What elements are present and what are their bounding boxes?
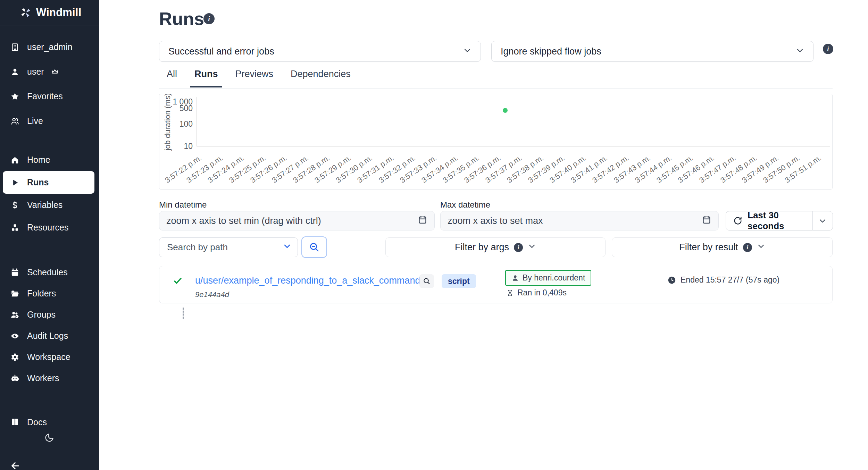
run-author-filter[interactable]: By henri.courdent	[505, 270, 591, 286]
sidebar-item-live[interactable]: Live	[0, 109, 99, 133]
y-axis-tick-label: 500	[162, 104, 193, 113]
runs-tabs: All Runs Previews Dependencies	[162, 69, 355, 87]
building-icon	[10, 43, 19, 52]
min-datetime-label: Min datetime	[159, 200, 207, 210]
sidebar-item-user-admin[interactable]: user_admin	[0, 35, 99, 59]
dark-mode-toggle[interactable]	[44, 433, 55, 443]
run-ended: Ended 15:57 27/7 (57s ago)	[667, 275, 779, 285]
dollar-icon	[10, 201, 19, 210]
sidebar-item-label: Live	[27, 116, 43, 126]
job-status-select-value: Successful and error jobs	[168, 46, 274, 57]
filter-by-args-button[interactable]: Filter by args	[385, 237, 606, 257]
run-path-link[interactable]: u/user/example_of_responding_to_a_slack_…	[195, 275, 420, 286]
calendar-icon	[10, 268, 19, 277]
filter-by-result-button[interactable]: Filter by result	[612, 237, 833, 257]
eye-icon	[10, 331, 19, 341]
tab-previews[interactable]: Previews	[231, 69, 278, 87]
chevron-down-icon[interactable]	[283, 242, 291, 253]
app-logo[interactable]: Windmill	[0, 0, 99, 25]
tab-runs[interactable]: Runs	[190, 69, 222, 87]
run-duration-label: Ran in 0,409s	[517, 288, 567, 297]
clock-icon	[667, 276, 676, 285]
sidebar-admin-group: SchedulesFoldersGroupsAudit LogsWorkspac…	[0, 262, 99, 389]
sidebar-item-groups[interactable]: Groups	[0, 304, 99, 325]
sidebar-item-label: Workspace	[27, 352, 70, 362]
search-button[interactable]	[301, 236, 327, 258]
calendar-icon[interactable]	[418, 215, 427, 227]
time-range-button[interactable]: Last 30 seconds	[726, 211, 833, 230]
chevron-down-icon[interactable]	[813, 217, 833, 225]
job-status-select[interactable]: Successful and error jobs	[159, 41, 481, 62]
sidebar-divider	[0, 25, 99, 25]
job-id: 9e144a4d	[195, 290, 229, 299]
sidebar-item-label: Schedules	[27, 267, 68, 277]
sidebar-item-label: user_admin	[27, 42, 73, 52]
star-icon	[10, 92, 19, 101]
sidebar-item-audit-logs[interactable]: Audit Logs	[0, 325, 99, 346]
info-icon	[514, 243, 523, 252]
windmill-logo-icon	[19, 6, 32, 19]
person-icon	[511, 274, 519, 282]
page-title: Runs	[159, 8, 204, 29]
search-by-path-input[interactable]: Search by path	[159, 237, 298, 257]
info-icon[interactable]	[203, 13, 215, 24]
sidebar-workspace-group: user_adminuserFavoritesLive	[0, 35, 99, 133]
collapse-sidebar-button[interactable]	[10, 460, 21, 470]
chevron-down-icon	[796, 46, 804, 57]
home-icon	[10, 156, 19, 165]
max-datetime-label: Max datetime	[440, 200, 490, 210]
chevron-down-icon	[528, 242, 536, 253]
min-datetime-input[interactable]: zoom x axis to set min (drag with ctrl)	[159, 211, 435, 230]
sidebar-item-folders[interactable]: Folders	[0, 283, 99, 304]
info-icon	[743, 243, 752, 252]
sidebar-item-docs[interactable]: Docs	[0, 413, 99, 431]
sidebar-item-user[interactable]: user	[0, 59, 99, 84]
min-datetime-placeholder: zoom x axis to set min (drag with ctrl)	[166, 216, 321, 226]
user-icon	[10, 67, 19, 76]
timeline-dashes	[183, 308, 184, 319]
calendar-icon[interactable]	[702, 215, 711, 227]
max-datetime-input[interactable]: zoom x axis to set max	[440, 211, 719, 230]
preview-run-button[interactable]	[419, 274, 434, 288]
sidebar-item-workers[interactable]: Workers	[0, 368, 99, 389]
success-check-icon	[173, 276, 183, 286]
job-run-point[interactable]	[503, 108, 508, 113]
crown-icon	[51, 68, 58, 75]
x-axis-spine	[197, 146, 830, 146]
sidebar-item-label: user	[27, 67, 44, 77]
groups-icon	[10, 310, 19, 319]
sidebar-item-label: Audit Logs	[27, 331, 68, 341]
sidebar-item-label: Runs	[27, 177, 49, 187]
y-axis-tick-label: 100	[162, 119, 193, 129]
sidebar-item-variables[interactable]: Variables	[0, 194, 99, 216]
tab-dependencies[interactable]: Dependencies	[286, 69, 355, 87]
resources-icon	[10, 223, 19, 232]
sidebar-item-label: Workers	[27, 373, 59, 383]
live-users-icon	[10, 117, 19, 126]
sidebar-item-schedules[interactable]: Schedules	[0, 262, 99, 283]
skipped-flow-jobs-select[interactable]: Ignore skipped flow jobs	[491, 41, 813, 62]
search-minus-icon	[309, 242, 320, 253]
robot-icon	[10, 374, 19, 383]
max-datetime-placeholder: zoom x axis to set max	[448, 216, 543, 226]
sidebar-item-resources[interactable]: Resources	[0, 216, 99, 239]
sidebar-item-label: Favorites	[27, 91, 63, 101]
chevron-down-icon	[757, 242, 765, 253]
tab-all[interactable]: All	[162, 69, 181, 87]
sidebar-item-label: Folders	[27, 288, 56, 299]
sidebar-item-runs[interactable]: Runs	[3, 171, 94, 194]
gear-icon	[10, 353, 19, 362]
sidebar-item-favorites[interactable]: Favorites	[0, 84, 99, 109]
sidebar-item-home[interactable]: Home	[0, 149, 99, 171]
arrow-left-icon	[10, 460, 21, 470]
job-kind-badge[interactable]: script	[442, 274, 476, 288]
sidebar-item-workspace[interactable]: Workspace	[0, 346, 99, 368]
sidebar-divider	[0, 450, 99, 450]
job-duration-chart[interactable]: job duration (ms) 1 000500100103:57:22 p…	[159, 94, 833, 190]
sidebar-item-label: Docs	[27, 417, 47, 427]
y-axis-spine	[197, 97, 197, 146]
book-icon	[10, 418, 19, 427]
filter-by-result-label: Filter by result	[679, 242, 738, 253]
sidebar: Windmill user_adminuserFavoritesLive Hom…	[0, 0, 99, 470]
info-icon[interactable]	[823, 44, 833, 54]
